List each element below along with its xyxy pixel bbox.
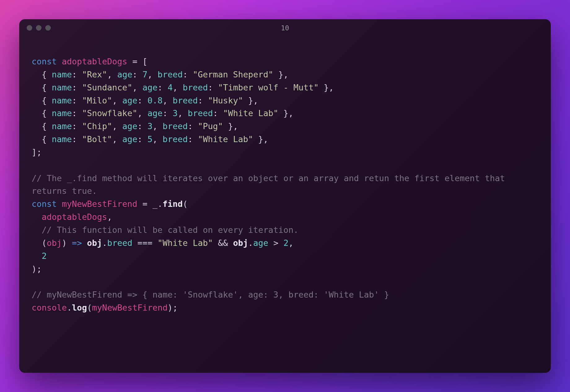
- operator: =: [127, 57, 142, 66]
- bracket-close: ];: [32, 147, 42, 157]
- argument: 2: [42, 251, 47, 261]
- window-title: 10: [281, 24, 289, 32]
- underscore: _: [152, 199, 157, 209]
- argument: myNewBestFirend: [92, 303, 168, 312]
- console: console: [32, 303, 67, 312]
- param: obj: [47, 238, 62, 248]
- string-value: "Rex": [82, 70, 107, 79]
- traffic-lights: [27, 25, 51, 31]
- maximize-icon[interactable]: [45, 25, 51, 31]
- close-icon[interactable]: [27, 25, 32, 31]
- variable-name: adoptableDogs: [62, 57, 127, 66]
- code-editor[interactable]: const adoptableDogs = [ { name: "Rex", a…: [19, 37, 551, 327]
- variable-name: myNewBestFirend: [62, 199, 138, 209]
- code-window: 10 const adoptableDogs = [ { name: "Rex"…: [19, 19, 551, 373]
- brace: {: [42, 70, 52, 79]
- prop-name: name: [52, 70, 72, 79]
- minimize-icon[interactable]: [36, 25, 42, 31]
- number-value: 7: [142, 70, 147, 79]
- method-log: log: [72, 303, 87, 312]
- keyword-const: const: [32, 57, 57, 66]
- window-titlebar: 10: [19, 19, 551, 37]
- close-call: );: [32, 264, 42, 274]
- comment: // myNewBestFirend => { name: 'Snowflake…: [32, 290, 389, 299]
- arrow: =>: [67, 238, 87, 248]
- bracket-open: [: [142, 57, 147, 66]
- argument: adoptableDogs: [42, 212, 107, 222]
- prop-age: age: [117, 70, 132, 79]
- comment: // This function will be called on every…: [42, 225, 299, 235]
- string-value: "German Sheperd": [193, 70, 273, 79]
- comment: // The _.find method will iterates over …: [32, 172, 533, 198]
- keyword-const: const: [32, 199, 57, 209]
- prop-breed: breed: [157, 70, 182, 79]
- method-find: find: [163, 199, 183, 209]
